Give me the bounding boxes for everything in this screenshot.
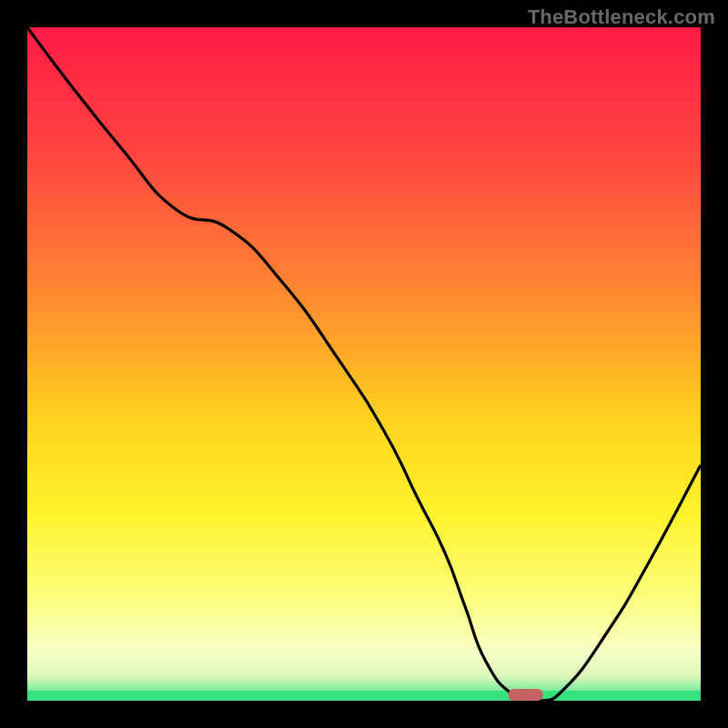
watermark-label: TheBottleneck.com — [528, 5, 715, 29]
bottleneck-chart — [27, 27, 701, 701]
plot-area — [27, 27, 701, 701]
gradient-background — [27, 27, 701, 701]
optimum-marker — [509, 689, 543, 701]
bottom-stripe — [27, 691, 701, 701]
chart-outer: TheBottleneck.com — [0, 0, 728, 728]
